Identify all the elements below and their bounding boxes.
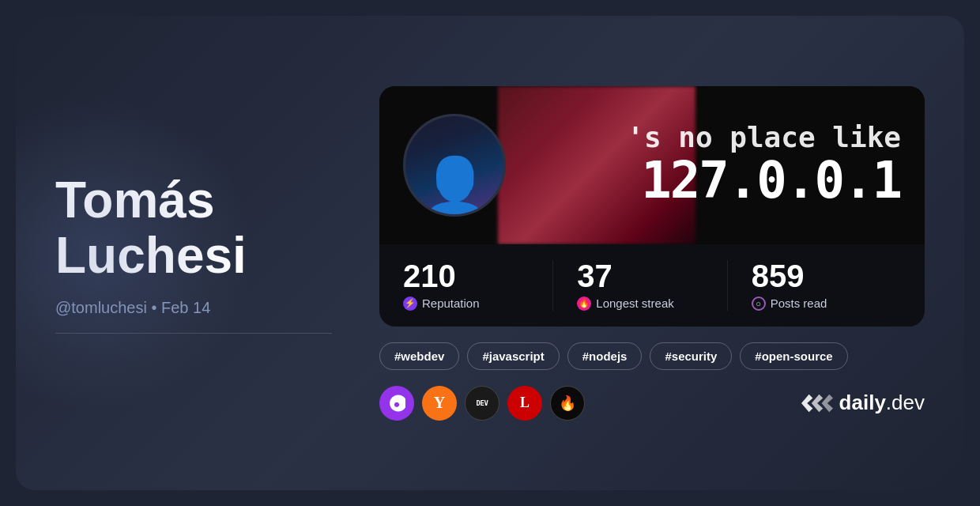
tag-security[interactable]: #security bbox=[650, 342, 732, 370]
stat-reputation: 210 ⚡ Reputation bbox=[403, 260, 552, 311]
left-section: Tomás Luchesi @tomluchesi • Feb 14 bbox=[55, 172, 332, 334]
posts-icon: ○ bbox=[752, 296, 766, 311]
profile-banner: 's no place like 127.0.0.1 bbox=[379, 86, 925, 244]
tag-nodejs[interactable]: #nodejs bbox=[567, 342, 643, 370]
reputation-label: ⚡ Reputation bbox=[403, 296, 480, 311]
social-lobsters[interactable]: L bbox=[507, 386, 542, 421]
user-handle: @tomluchesi bbox=[55, 299, 147, 316]
reputation-icon: ⚡ bbox=[403, 296, 417, 311]
social-hashnode[interactable] bbox=[379, 386, 414, 421]
avatar-container bbox=[403, 114, 506, 217]
daily-dev-icon bbox=[801, 391, 833, 415]
banner-text: 's no place like 127.0.0.1 bbox=[627, 122, 901, 209]
user-name: Tomás Luchesi bbox=[55, 172, 332, 284]
profile-card-container: Tomás Luchesi @tomluchesi • Feb 14 bbox=[16, 16, 964, 490]
avatar bbox=[405, 116, 503, 214]
right-section: 's no place like 127.0.0.1 210 ⚡ Reputat… bbox=[379, 86, 925, 421]
stat-streak: 37 🔥 Longest streak bbox=[552, 260, 726, 311]
divider bbox=[55, 333, 332, 334]
posts-value: 859 bbox=[752, 260, 805, 292]
social-yc[interactable]: Y bbox=[422, 386, 457, 421]
user-date: Feb 14 bbox=[161, 299, 210, 316]
posts-label: ○ Posts read bbox=[752, 296, 827, 311]
reputation-value: 210 bbox=[403, 260, 456, 292]
profile-inner-card: 's no place like 127.0.0.1 210 ⚡ Reputat… bbox=[379, 86, 925, 327]
streak-icon: 🔥 bbox=[577, 296, 591, 311]
social-fcc[interactable]: 🔥 bbox=[550, 386, 585, 421]
tag-webdev[interactable]: #webdev bbox=[379, 342, 459, 370]
streak-label: 🔥 Longest streak bbox=[577, 296, 673, 311]
social-row: Y DEV L 🔥 daily.dev bbox=[379, 386, 925, 421]
social-icons: Y DEV L 🔥 bbox=[379, 386, 585, 421]
stat-posts: 859 ○ Posts read bbox=[727, 260, 901, 311]
brand-name: daily.dev bbox=[839, 391, 925, 415]
user-meta: @tomluchesi • Feb 14 bbox=[55, 299, 332, 317]
brand-logo: daily.dev bbox=[801, 391, 925, 415]
tag-javascript[interactable]: #javascript bbox=[467, 342, 559, 370]
streak-value: 37 bbox=[577, 260, 612, 292]
banner-line2: 127.0.0.1 bbox=[627, 153, 901, 208]
social-devto[interactable]: DEV bbox=[465, 386, 499, 421]
tag-open-source[interactable]: #open-source bbox=[740, 342, 847, 370]
stats-row: 210 ⚡ Reputation 37 🔥 Longest streak 859 bbox=[379, 244, 925, 327]
banner-line1: 's no place like bbox=[627, 122, 901, 153]
tags-row: #webdev #javascript #nodejs #security #o… bbox=[379, 342, 925, 370]
